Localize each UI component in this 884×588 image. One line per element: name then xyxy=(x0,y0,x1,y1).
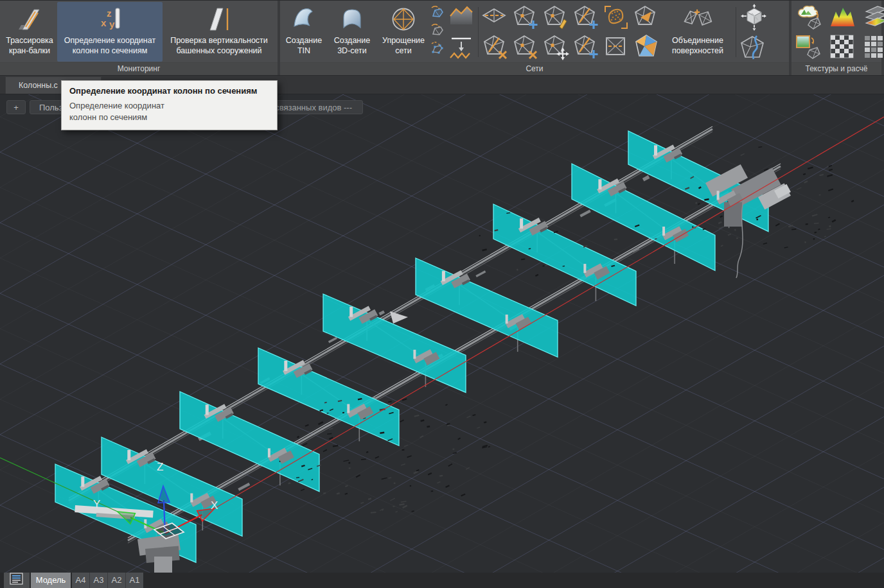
z-axis-label: Z xyxy=(157,461,163,473)
y-axis-label: Y xyxy=(93,498,100,510)
mesh-delete-vertex-icon[interactable] xyxy=(511,32,540,61)
mesh-contour-icon[interactable] xyxy=(738,32,768,61)
model-scene: XYZ xyxy=(0,94,884,573)
profile-tools-column xyxy=(446,2,476,61)
sheet-list-button[interactable] xyxy=(4,573,30,588)
x-axis-label: X xyxy=(211,499,218,512)
mesh-move-vertex-icon[interactable] xyxy=(541,32,570,61)
add-view-tab-button[interactable]: + xyxy=(6,100,26,114)
status-bar: Модель A4 A3 A2 A1 xyxy=(0,573,884,588)
texture-tools-grid xyxy=(793,2,884,62)
drape-surface-icon[interactable] xyxy=(446,32,476,61)
grid-texture-icon[interactable] xyxy=(862,32,884,61)
button-label: Объединение поверхностей xyxy=(662,36,734,56)
button-label: Трассировка кран-балки xyxy=(2,36,57,56)
group-label-monitoring: Мониторинг xyxy=(0,62,278,75)
simplify-mesh-icon xyxy=(387,3,420,36)
ribbon-group-textures: Текстуры и расчё xyxy=(791,1,881,75)
image-drape-icon[interactable] xyxy=(793,32,823,61)
svg-text:z: z xyxy=(107,8,112,19)
ribbon-group-monitoring: Трассировка кран-балки zxy Определение к… xyxy=(0,1,278,75)
mesh-edit-icon[interactable] xyxy=(541,3,570,31)
create-3d-mesh-icon xyxy=(336,3,368,36)
tooltip-line2: колонн по сечениям xyxy=(69,112,269,123)
side-tools-column xyxy=(738,2,768,61)
surface-profile-icon[interactable] xyxy=(446,3,476,32)
trace-crane-beam-button[interactable]: Трассировка кран-балки xyxy=(2,2,57,62)
viewport-canvas[interactable]: XYZ + Пользо связанных видов --- xyxy=(0,94,884,573)
tooltip: Определение координат колонн по сечениям… xyxy=(61,80,278,130)
mesh-add-vertex-icon[interactable] xyxy=(511,3,540,31)
svg-text:x: x xyxy=(101,17,107,28)
merge-surfaces-icon xyxy=(682,3,714,36)
layout-tab-a1[interactable]: A1 xyxy=(125,573,143,588)
button-label: Проверка вертикальности башенных сооруже… xyxy=(163,36,276,56)
convert-to-solid-icon[interactable] xyxy=(429,21,446,39)
layout-tab-a2[interactable]: A2 xyxy=(107,573,125,588)
column-coordinates-icon: zxy xyxy=(94,3,126,36)
ribbon-group-meshes: Создание TIN Создание 3D-сети Упрощение … xyxy=(280,1,789,75)
mesh-add-breakline-icon[interactable] xyxy=(571,3,601,31)
ribbon: Трассировка кран-балки zxy Определение к… xyxy=(0,0,884,76)
convert-to-mesh-icon[interactable] xyxy=(429,3,446,21)
surface-layers-icon[interactable] xyxy=(862,3,884,31)
svg-text:y: y xyxy=(109,19,115,30)
create-3d-mesh-button[interactable]: Создание 3D-сети xyxy=(326,2,378,62)
tooltip-line1: Определение координат xyxy=(69,100,269,112)
tooltip-title: Определение координат колонн по сечениям xyxy=(69,86,269,96)
convert-tools-column xyxy=(429,2,446,57)
layout-tab-a3[interactable]: A3 xyxy=(89,573,107,588)
checker-texture-icon[interactable] xyxy=(827,32,857,61)
mesh-flatten-icon[interactable] xyxy=(481,3,510,31)
button-label: Определение координат колонн по сечениям xyxy=(57,36,163,56)
mesh-paint-icon[interactable] xyxy=(632,32,661,61)
group-label-meshes: Сети xyxy=(280,62,789,75)
tower-verticality-icon xyxy=(203,3,235,36)
column-coordinates-button[interactable]: zxy Определение координат колонн по сече… xyxy=(57,2,163,62)
crane-beam-trace-icon xyxy=(13,3,46,36)
mesh-delete-edge-icon[interactable] xyxy=(481,32,510,61)
mesh-boundary-icon[interactable] xyxy=(601,32,631,61)
mesh-add-edge-icon[interactable] xyxy=(571,32,601,61)
sheet-list-icon xyxy=(10,572,24,588)
tower-verticality-button[interactable]: Проверка вертикальности башенных сооруже… xyxy=(163,2,276,62)
layout-tab-a4[interactable]: A4 xyxy=(72,573,89,588)
group-separator xyxy=(478,7,479,57)
create-tin-button[interactable]: Создание TIN xyxy=(282,2,326,62)
button-label: Упрощение сети xyxy=(378,36,429,56)
group-label-textures: Текстуры и расчё xyxy=(791,62,881,75)
mesh-tools-grid xyxy=(481,2,662,62)
group-separator xyxy=(736,7,736,57)
create-tin-icon xyxy=(288,3,320,36)
mesh-fill-area-icon[interactable] xyxy=(601,3,631,31)
button-label: Создание 3D-сети xyxy=(326,36,378,56)
model-tab[interactable]: Модель xyxy=(31,573,71,588)
move-3d-icon[interactable] xyxy=(738,3,768,32)
elevation-colormap-icon[interactable] xyxy=(827,3,857,31)
convert-points-icon[interactable] xyxy=(429,39,446,57)
simplify-mesh-button[interactable]: Упрощение сети xyxy=(378,2,429,62)
merge-surfaces-button[interactable]: Объединение поверхностей xyxy=(662,2,734,62)
mesh-insert-triangle-icon[interactable] xyxy=(632,3,661,31)
button-label: Создание TIN xyxy=(282,36,326,56)
pointcloud-texture-icon[interactable] xyxy=(793,3,823,31)
